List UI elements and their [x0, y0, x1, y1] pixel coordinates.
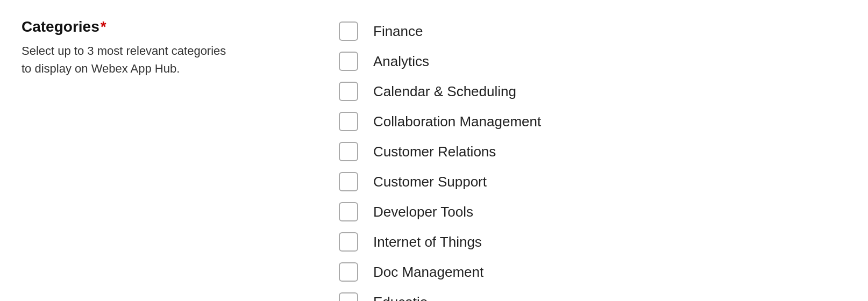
- category-label-iot: Internet of Things: [373, 234, 482, 250]
- left-panel: Categories* Select up to 3 most relevant…: [22, 16, 231, 77]
- category-item-iot[interactable]: Internet of Things: [339, 227, 846, 257]
- category-label-doc-management: Doc Management: [373, 264, 483, 281]
- section-heading: Categories*: [22, 18, 231, 35]
- section-description: Select up to 3 most relevant categories …: [22, 42, 231, 77]
- category-item-developer-tools[interactable]: Developer Tools: [339, 197, 846, 227]
- category-label-customer-relations: Customer Relations: [373, 144, 496, 160]
- category-label-calendar: Calendar & Scheduling: [373, 83, 516, 100]
- checkbox-iot[interactable]: [339, 232, 358, 252]
- category-item-doc-management[interactable]: Doc Management: [339, 257, 846, 287]
- category-label-finance: Finance: [373, 23, 423, 40]
- checkbox-analytics[interactable]: [339, 52, 358, 71]
- category-item-finance[interactable]: Finance: [339, 16, 846, 46]
- required-asterisk: *: [101, 18, 106, 35]
- category-label-analytics: Analytics: [373, 53, 429, 70]
- category-label-education: Educatio…: [373, 294, 442, 302]
- checkbox-finance[interactable]: [339, 22, 358, 41]
- category-item-education[interactable]: Educatio…: [339, 287, 846, 301]
- categories-list: FinanceAnalyticsCalendar & SchedulingCol…: [339, 16, 846, 301]
- category-label-customer-support: Customer Support: [373, 174, 487, 190]
- category-label-developer-tools: Developer Tools: [373, 204, 473, 220]
- section-title-text: Categories: [22, 18, 99, 35]
- categories-section: Categories* Select up to 3 most relevant…: [22, 16, 846, 301]
- category-item-calendar[interactable]: Calendar & Scheduling: [339, 76, 846, 106]
- category-item-collaboration[interactable]: Collaboration Management: [339, 106, 846, 137]
- checkbox-collaboration[interactable]: [339, 112, 358, 131]
- category-item-customer-relations[interactable]: Customer Relations: [339, 137, 846, 167]
- category-item-analytics[interactable]: Analytics: [339, 46, 846, 76]
- checkbox-education[interactable]: [339, 292, 358, 301]
- checkbox-developer-tools[interactable]: [339, 202, 358, 221]
- category-label-collaboration: Collaboration Management: [373, 113, 541, 130]
- checkbox-customer-relations[interactable]: [339, 142, 358, 161]
- checkbox-customer-support[interactable]: [339, 172, 358, 191]
- checkbox-doc-management[interactable]: [339, 262, 358, 282]
- checkbox-calendar[interactable]: [339, 82, 358, 101]
- category-item-customer-support[interactable]: Customer Support: [339, 167, 846, 197]
